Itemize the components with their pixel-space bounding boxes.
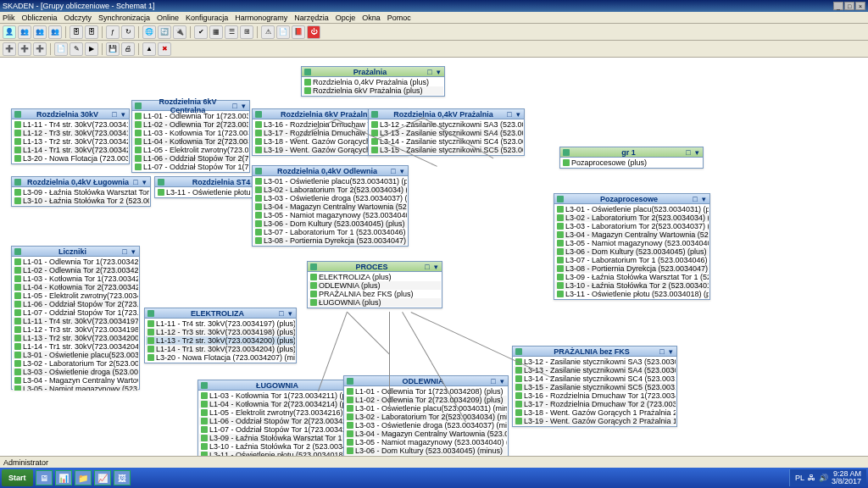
panel-dropdown-icon[interactable]: ▾ [398, 168, 405, 175]
list-item[interactable]: L1-13 - Tr2 str. 30kV(723.0034200) (plus… [146, 336, 295, 345]
list-item[interactable]: L3-07 - Laboratorium Tor 1 (523.0034046)… [555, 256, 709, 264]
list-item[interactable]: L3-04 - Magazyn Centralny Wartownia (523… [13, 376, 138, 385]
list-item[interactable]: L1-12 - Tr3 str. 30kV(723.0034198) (plus… [13, 325, 138, 334]
panel-dropdown-icon[interactable]: ▾ [287, 310, 293, 317]
list-item[interactable]: L3-12 - Zasilanie stycznikowni SA3 (523.… [514, 358, 676, 366]
tool-group2-icon[interactable]: 👥 [33, 25, 47, 39]
list-item[interactable]: L3-03 - Oświetlenie droga (523.0034037) … [13, 368, 138, 376]
tool-alert-icon[interactable]: ⚠ [261, 25, 275, 39]
list-item[interactable]: L3-11 - Oświetlenie płotu (523.0034018) … [555, 290, 709, 298]
panel-dropdown-icon[interactable]: ▾ [667, 348, 674, 355]
menu-pomoc[interactable]: Pomoc [387, 14, 411, 22]
menu-synchronizacja[interactable]: Synchronizacja [98, 14, 150, 22]
list-item[interactable]: L1-05 - Elektrolit zwrotny(723.0034216) … [133, 146, 248, 154]
panel-collapse-icon[interactable]: □ [685, 149, 692, 156]
list-item[interactable]: L3-02 - Laboratorium Tor 2(523.0034034) … [13, 359, 138, 368]
list-item[interactable]: L3-09 - Łaźnia Stołówka Warsztat Tor 1 (… [199, 434, 361, 442]
list-item[interactable]: L3-15 - Zasilanie stycznikowni SC5 (523.… [370, 146, 523, 154]
list-item[interactable]: L1-13 - Tr2 str. 30kV(723.0034200) (plus… [13, 334, 138, 342]
list-item[interactable]: L3-10 - Łaźnia Stołówka Tor 2 (523.00340… [555, 281, 709, 290]
list-item[interactable]: L3-01 - Oświetlenie placu(523.0034031) (… [13, 351, 138, 359]
list-item[interactable]: L1-02 - Odlewnia Tor 2(723.0034209) (plu… [345, 396, 507, 404]
tool-db-icon[interactable]: 🗄 [70, 25, 83, 39]
list-item[interactable]: L3-09 - Łaźnia Stołówka Warsztat Tor 1 (… [13, 188, 149, 197]
list-item[interactable]: L3-06 - Dom Kultury (523.0034045) (minus… [345, 446, 507, 455]
list-item[interactable]: L3-04 - Magazyn Centralny Wartownia (523… [253, 202, 407, 211]
list-item[interactable]: L3-01 - Oświetlenie placu(523.0034031) (… [555, 205, 709, 214]
menu-opcje[interactable]: Opcje [336, 14, 356, 22]
panel-dropdown-icon[interactable]: ▾ [498, 378, 505, 385]
tool-check-icon[interactable]: ✔ [194, 25, 208, 39]
list-item[interactable]: L1-03 - Kotłownia Tor 1(723.0034211) (pl… [13, 274, 138, 283]
list-item[interactable]: L3-02 - Laboratorium Tor 2(523.0034034) … [555, 214, 709, 222]
task-icon-1[interactable]: 🖥 [36, 470, 53, 485]
list-item[interactable]: L3-07 - Laboratorium Tor 1 (523.0034046)… [253, 228, 407, 236]
tray-lang[interactable]: PL [795, 474, 804, 482]
panel-dropdown-icon[interactable]: ▾ [515, 111, 521, 118]
list-item[interactable]: L1-14 - Tr1 str. 30kV(723.0034204) (plus… [13, 342, 138, 351]
list-item[interactable]: L3-16 - Rozdzielnia Dmuchaw Tor 1(723.00… [514, 391, 676, 400]
list-item[interactable]: L3-17 - Rozdzielnia Dmuchaw Tor 2 (723.0… [514, 400, 676, 408]
tool2-save-icon[interactable]: 💾 [106, 42, 120, 56]
list-item[interactable]: L3-06 - Dom Kultury (523.0034045) (plus) [253, 219, 407, 228]
tool2-edit-icon[interactable]: ✎ [70, 42, 83, 56]
list-item[interactable]: L1-04 - Kotłownia Tor 2(723.0034214) (pl… [13, 283, 138, 291]
tool-group3-icon[interactable]: 👥 [48, 25, 62, 39]
tool2-print-icon[interactable]: 🖨 [121, 42, 135, 56]
list-item[interactable]: L3-14 - Zasilanie stycznikowni SC4 (523.… [514, 374, 676, 383]
panel-prazfks[interactable]: PRAŻALNIA bez FKS□▾L3-12 - Zasilanie sty… [512, 346, 677, 427]
list-item[interactable]: L3-20 - Nowa Flotacja (723.0034207) (min… [146, 353, 295, 362]
menu-konfiguracja[interactable]: Konfiguracja [186, 14, 228, 22]
tool2-add-icon[interactable]: ➕ [3, 42, 16, 56]
list-item[interactable]: L1-01 - Odlewnia Tor 1(723.0034208) (plu… [13, 258, 138, 266]
start-button[interactable]: Start [2, 469, 33, 486]
list-item[interactable]: L1-06 - Oddział Stopów Tor 2(723.0034228… [133, 154, 248, 163]
panel-dropdown-icon[interactable]: ▾ [240, 103, 247, 109]
panel-collapse-icon[interactable]: □ [278, 310, 285, 317]
panel-collapse-icon[interactable]: □ [426, 69, 433, 75]
tool-refresh-icon[interactable]: ↻ [121, 25, 135, 39]
panel-roz6c[interactable]: Rozdzielnia 6kV Centralna□▾L1-01 - Odlew… [131, 100, 250, 173]
list-item[interactable]: L1-07 - Oddział Stopów Tor 1(723.0034229… [199, 425, 361, 434]
tool-grid-icon[interactable]: ⊞ [240, 25, 253, 39]
panel-roz04o[interactable]: Rozdzielnia 0,4kV Odlewnia□▾L3-01 - Oświ… [252, 165, 409, 247]
list-item[interactable]: L1-05 - Elektrolit zwrotny(723.0034216) … [199, 408, 361, 417]
list-item[interactable]: L3-02 - Laboratorium Tor 2(523.0034034) … [253, 186, 407, 194]
panel-collapse-icon[interactable]: □ [390, 168, 397, 175]
list-item[interactable]: L1-11 - Tr4 str. 30kV(723.0034197) (plus… [13, 120, 128, 129]
tool2-play-icon[interactable]: ▶ [85, 42, 98, 56]
list-item[interactable]: L3-01 - Oświetlenie placu(523.0034031) (… [253, 177, 407, 186]
tool-connect-icon[interactable]: 🔌 [173, 25, 186, 39]
tray-vol-icon[interactable]: 🔊 [819, 474, 828, 482]
list-item[interactable]: L3-06 - Dom Kultury (523.0034045) (plus) [555, 247, 709, 256]
tool2-add3-icon[interactable]: ➕ [33, 42, 47, 56]
tool-sync-icon[interactable]: 🔄 [158, 25, 171, 39]
list-item[interactable]: L1-01 - Odlewnia Tor 1(723.0034208) (plu… [345, 387, 507, 396]
task-icon-4[interactable]: 📈 [94, 470, 111, 485]
system-tray[interactable]: PL 🖧 🔊 9:28 AM 3/8/2017 [789, 469, 866, 486]
list-item[interactable]: L3-03 - Oświetlenie droga (523.0034037) … [345, 421, 507, 430]
list-item[interactable]: L1-05 - Elektrolit zwrotny(723.0034216) … [13, 291, 138, 300]
tool-db2-icon[interactable]: 🗄 [85, 25, 98, 39]
list-item[interactable]: L3-08 - Portiernia Dyrekcja (523.0034047… [555, 264, 709, 273]
list-item[interactable]: L1-02 - Odlewnia Tor 2(723.0034209) (plu… [133, 120, 248, 129]
task-icon-5[interactable]: 🖼 [114, 470, 131, 485]
panel-roz04l[interactable]: Rozdzielnia 0,4kV Ługownia□▾L3-09 - Łaźn… [11, 176, 151, 207]
panel-gr1[interactable]: gr 1□▾Pozaprocesowe (plus) [559, 147, 704, 169]
list-item[interactable]: L1-12 - Tr3 str. 30kV(723.0034198) (plus… [13, 129, 128, 137]
list-item[interactable]: L1-03 - Kotłownia Tor 1(723.0034211) (pl… [133, 129, 248, 137]
panel-collapse-icon[interactable]: □ [659, 348, 665, 355]
panel-collapse-icon[interactable]: □ [424, 263, 431, 270]
list-item[interactable]: L1-04 - Kotłownia Tor 2(723.0034214) (pl… [133, 137, 248, 146]
tool2-up-icon[interactable]: ▲ [142, 42, 156, 56]
list-item[interactable]: L1-06 - Oddział Stopów Tor 2(723.0034228… [13, 300, 138, 308]
panel-dropdown-icon[interactable]: ▾ [130, 248, 136, 255]
panel-dropdown-icon[interactable]: ▾ [435, 69, 442, 75]
tool-pdf-icon[interactable]: 📕 [292, 25, 305, 39]
panel-collapse-icon[interactable]: □ [692, 196, 698, 202]
list-item[interactable]: ELEKTROLIZA (plus) [309, 273, 441, 281]
tool-group1-icon[interactable]: 👥 [18, 25, 31, 39]
maximize-button[interactable]: □ [844, 2, 854, 10]
list-item[interactable]: L3-02 - Laboratorium Tor 2(523.0034034) … [345, 413, 507, 421]
close-button[interactable]: × [855, 2, 865, 10]
